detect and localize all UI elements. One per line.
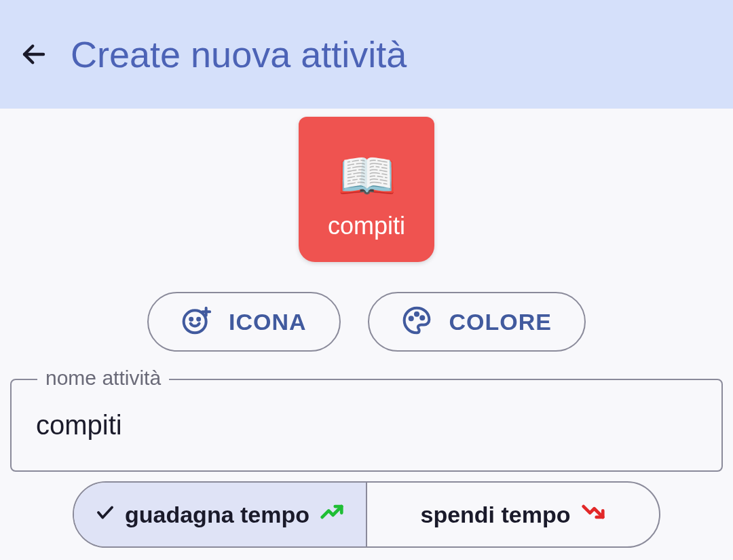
- svg-point-7: [415, 313, 418, 316]
- header: Create nuova attività: [0, 0, 733, 109]
- toggle-gain-label: guadagna tempo: [125, 502, 309, 528]
- trend-up-icon: [319, 499, 345, 530]
- arrow-left-icon: [20, 40, 48, 69]
- open-book-icon: 📖: [337, 152, 396, 200]
- svg-point-3: [198, 318, 200, 320]
- color-button-label: COLORE: [449, 309, 552, 335]
- toggle-spend-time[interactable]: spendi tempo: [367, 483, 659, 546]
- time-toggle: guadagna tempo spendi tempo: [73, 481, 660, 548]
- name-field-legend: nome attività: [37, 367, 169, 390]
- palette-icon: [402, 305, 432, 338]
- toggle-gain-time[interactable]: guadagna tempo: [74, 483, 367, 546]
- svg-point-8: [421, 316, 424, 319]
- check-icon: [95, 502, 115, 528]
- content: 📖 compiti ICONA: [0, 109, 733, 548]
- color-button[interactable]: COLORE: [368, 292, 586, 352]
- back-button[interactable]: [16, 37, 52, 72]
- activity-preview-card: 📖 compiti: [299, 117, 434, 262]
- button-row: ICONA COLORE: [147, 292, 586, 352]
- smiley-plus-icon: [181, 305, 211, 338]
- trend-down-icon: [580, 499, 606, 530]
- svg-point-6: [409, 317, 412, 320]
- svg-point-1: [184, 310, 206, 333]
- page-title: Create nuova attività: [71, 33, 407, 75]
- svg-point-2: [190, 318, 192, 320]
- icon-button-label: ICONA: [229, 309, 307, 335]
- activity-card-label: compiti: [328, 212, 405, 240]
- toggle-spend-label: spendi tempo: [420, 502, 570, 528]
- activity-name-input[interactable]: [10, 379, 723, 472]
- name-field-wrapper: nome attività: [10, 379, 723, 472]
- icon-button[interactable]: ICONA: [147, 292, 341, 352]
